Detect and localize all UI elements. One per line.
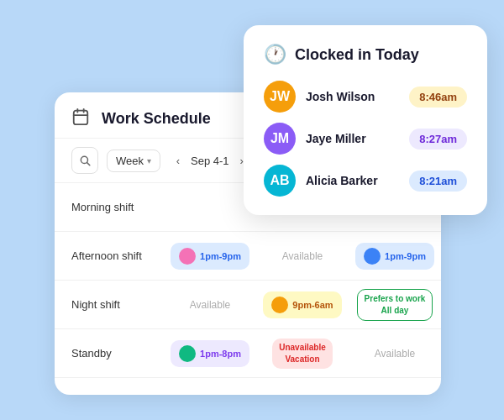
avatar: AB: [264, 165, 296, 197]
list-item: JM Jaye Miller 8:27am: [264, 123, 467, 155]
time-badge: 8:27am: [409, 129, 467, 150]
cell: Prefers to work All day: [349, 284, 441, 326]
avatar-small: [179, 248, 196, 265]
prev-week-button[interactable]: ‹: [169, 151, 187, 170]
clock-icon: 🕐: [264, 44, 286, 66]
week-label: Week: [116, 155, 144, 167]
cell: Unavailable Vacation: [256, 333, 349, 374]
shift-label: Morning shift: [55, 201, 164, 213]
schedule-chip[interactable]: 1pm-9pm: [171, 243, 249, 270]
calendar-icon: [71, 108, 93, 129]
list-item: AB Alicia Barker 8:21am: [264, 165, 467, 197]
shift-label: Night shift: [55, 298, 164, 311]
unavailable-chip: Unavailable Vacation: [272, 339, 333, 369]
avatar: JW: [264, 81, 296, 113]
table-row: Afternoon shift 1pm-9pm Available 1pm-9p…: [55, 232, 441, 281]
prefers-chip: Prefers to work All day: [357, 289, 433, 321]
cell: [164, 202, 256, 213]
shift-label: Afternoon shift: [55, 249, 164, 262]
cell: 1pm-9pm: [164, 238, 256, 275]
date-range: Sep 4-1: [191, 155, 229, 167]
person-name: Jaye Miller: [306, 132, 399, 145]
available-label: Available: [190, 299, 230, 311]
cell: Available: [256, 238, 349, 275]
available-label: Available: [282, 250, 323, 262]
chevron-down-icon: ▾: [147, 156, 151, 165]
page-title: Work Schedule: [102, 110, 211, 128]
list-item: JW Josh Wilson 8:46am: [264, 81, 467, 113]
standby-cells: 1pm-8pm Unavailable Vacation Available: [164, 333, 441, 374]
clocked-title: Clocked in Today: [295, 46, 419, 64]
cell: Available: [164, 284, 256, 326]
avatar-small: [271, 297, 288, 313]
svg-line-5: [87, 163, 90, 165]
svg-rect-0: [74, 111, 88, 125]
person-name: Alicia Barker: [306, 174, 399, 187]
time-badge: 8:21am: [409, 171, 467, 192]
clocked-in-card: 🕐 Clocked in Today JW Josh Wilson 8:46am…: [244, 25, 487, 215]
search-button[interactable]: [71, 147, 98, 174]
night-cells: Available 9pm-6am Prefers to work All da…: [164, 284, 441, 326]
cell: 1pm-8pm: [164, 333, 256, 374]
avatar-small: [179, 345, 196, 362]
table-row: Standby 1pm-8pm Unavailable Vacation A: [55, 329, 441, 378]
available-label: Available: [375, 348, 415, 360]
shift-label: Standby: [55, 347, 164, 360]
cell: 1pm-9pm: [349, 238, 441, 275]
person-name: Josh Wilson: [306, 90, 399, 103]
clocked-header: 🕐 Clocked in Today: [264, 44, 467, 66]
schedule-chip[interactable]: 1pm-8pm: [171, 340, 249, 367]
table-row: Night shift Available 9pm-6am Prefers to…: [55, 281, 441, 329]
date-nav: ‹ Sep 4-1 ›: [169, 151, 251, 170]
avatar-small: [364, 248, 381, 265]
time-badge: 8:46am: [409, 87, 467, 108]
afternoon-cells: 1pm-9pm Available 1pm-9pm: [164, 238, 441, 275]
schedule-chip[interactable]: 1pm-9pm: [355, 243, 434, 270]
schedule-chip[interactable]: 9pm-6am: [263, 291, 341, 318]
cell: 9pm-6am: [256, 284, 349, 326]
avatar: JM: [264, 123, 296, 155]
week-selector[interactable]: Week ▾: [107, 150, 160, 172]
cell: Available: [349, 333, 441, 374]
clocked-list: JW Josh Wilson 8:46am JM Jaye Miller 8:2…: [264, 81, 467, 197]
